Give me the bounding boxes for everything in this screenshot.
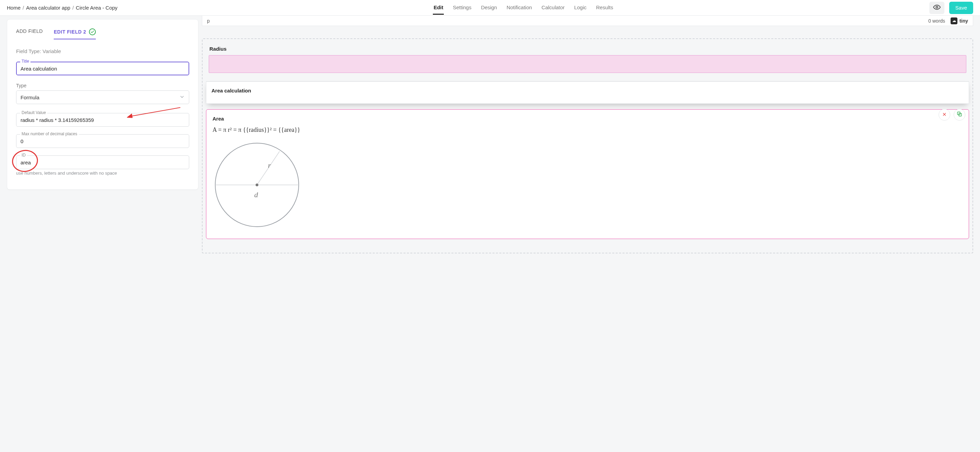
preview-area-title: Area: [213, 116, 963, 121]
preview-area-card[interactable]: Area A = π r² = π {{radius}}² = {{area}}…: [206, 109, 969, 239]
type-value: Formula: [21, 94, 39, 100]
tab-add-field[interactable]: ADD FIELD: [16, 29, 43, 39]
decimals-label: Max number of decimal places: [20, 131, 79, 136]
row-title: Title: [16, 62, 189, 75]
tinymce-brand: ☁ tiny: [951, 18, 968, 24]
type-select[interactable]: Formula: [16, 90, 189, 104]
row-type: Type Formula: [16, 83, 189, 104]
preview-area-formula: A = π r² = π {{radius}}² = {{area}}: [213, 126, 963, 134]
check-circle-icon: [89, 29, 96, 35]
decimals-input[interactable]: [16, 134, 189, 148]
circle-diagram: r d: [213, 141, 301, 229]
copy-icon: [957, 111, 962, 118]
topbar-right: Save: [929, 2, 973, 14]
diagram-center-dot: [256, 184, 258, 186]
preview-calc-title: Area calculation: [212, 88, 964, 93]
title-label: Title: [20, 59, 30, 64]
preview-radius-card[interactable]: Radius: [206, 43, 969, 76]
preview-radius-title: Radius: [209, 46, 966, 52]
tab-settings[interactable]: Settings: [452, 1, 472, 15]
tab-edit[interactable]: Edit: [433, 1, 444, 15]
diagram-r-label: r: [268, 161, 271, 169]
save-button[interactable]: Save: [949, 2, 973, 14]
breadcrumb-sep: /: [22, 5, 24, 11]
preview-calc-card[interactable]: Area calculation: [206, 81, 969, 104]
tinymce-badge-icon: ☁: [951, 18, 958, 24]
id-label: ID: [20, 153, 27, 158]
topbar: Home / Area calculator app / Circle Area…: [0, 0, 980, 16]
preview-radius-input[interactable]: [209, 55, 966, 73]
tab-logic[interactable]: Logic: [573, 1, 587, 15]
id-hint: use numbers, letters and underscore with…: [16, 171, 189, 176]
row-default-value: Default Value: [16, 113, 189, 127]
left-column: ADD FIELD EDIT FIELD 2 Field Type: Varia…: [0, 16, 199, 193]
id-input[interactable]: [16, 155, 189, 169]
section-tabs: Edit Settings Design Notification Calcul…: [118, 1, 929, 15]
panel-tabs: ADD FIELD EDIT FIELD 2: [16, 29, 189, 39]
breadcrumb-page: Circle Area - Copy: [76, 5, 118, 11]
tab-design[interactable]: Design: [480, 1, 498, 15]
field-type-line: Field Type: Variable: [16, 48, 189, 54]
edit-panel: ADD FIELD EDIT FIELD 2 Field Type: Varia…: [7, 19, 199, 190]
svg-point-0: [936, 6, 938, 8]
breadcrumb: Home / Area calculator app / Circle Area…: [7, 5, 118, 11]
tab-notification[interactable]: Notification: [506, 1, 533, 15]
duplicate-button[interactable]: [954, 109, 965, 121]
preview-button[interactable]: [929, 2, 944, 14]
main: ADD FIELD EDIT FIELD 2 Field Type: Varia…: [0, 16, 980, 267]
eye-icon: [933, 3, 941, 12]
breadcrumb-sep: /: [72, 5, 73, 11]
preview-canvas: Radius Area calculation: [202, 38, 973, 253]
tab-edit-field-label: EDIT FIELD 2: [54, 29, 86, 35]
editor-statusbar: p 0 words ☁ tiny: [202, 16, 973, 26]
breadcrumb-app[interactable]: Area calculator app: [26, 5, 70, 11]
default-value-input[interactable]: [16, 113, 189, 127]
tab-calculator[interactable]: Calculator: [541, 1, 566, 15]
row-decimals: Max number of decimal places: [16, 134, 189, 148]
row-id: ID: [16, 155, 189, 169]
tinymce-brand-label: tiny: [959, 18, 968, 24]
default-value-label: Default Value: [20, 110, 47, 115]
right-column: p 0 words ☁ tiny Radius Area calculation: [199, 16, 980, 267]
close-icon: [942, 112, 947, 117]
breadcrumb-home[interactable]: Home: [7, 5, 21, 11]
diagram-d-label: d: [254, 190, 258, 199]
title-input[interactable]: [16, 62, 189, 75]
delete-button[interactable]: [939, 109, 950, 121]
chevron-down-icon: [179, 94, 185, 101]
tab-results[interactable]: Results: [595, 1, 614, 15]
editor-path: p: [207, 18, 210, 24]
tab-edit-field[interactable]: EDIT FIELD 2: [54, 29, 96, 39]
area-card-actions: [939, 109, 965, 121]
type-label: Type: [16, 83, 189, 88]
word-count: 0 words: [928, 18, 945, 24]
